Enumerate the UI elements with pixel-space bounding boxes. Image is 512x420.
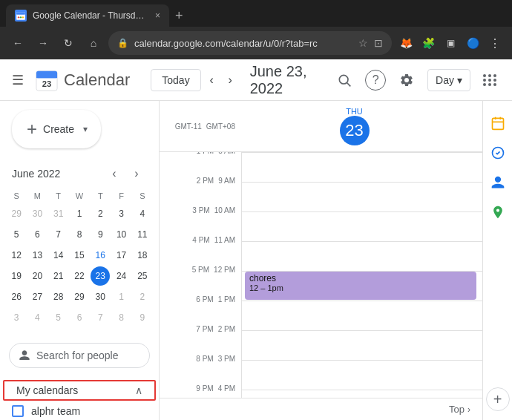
right-icon-maps[interactable] — [485, 199, 511, 226]
cal-day[interactable]: 4 — [27, 308, 47, 327]
cal-day[interactable]: 6 — [27, 225, 47, 244]
cal-day[interactable]: 3 — [7, 308, 26, 327]
cal-day[interactable]: 11 — [133, 225, 152, 244]
cal-day[interactable]: 16 — [91, 246, 110, 265]
time-cell[interactable] — [241, 330, 482, 360]
refresh-button[interactable]: ↻ — [58, 33, 79, 53]
cal-day[interactable]: 6 — [70, 308, 89, 327]
time-cell[interactable] — [241, 390, 482, 398]
cal-day[interactable]: 29 — [7, 204, 26, 223]
next-period-button[interactable]: › — [223, 68, 238, 92]
main-body: + Create ▾ June 2022 ‹ › S M T — [0, 101, 512, 420]
right-icon-tasks[interactable] — [485, 140, 511, 166]
cal-day[interactable]: 9 — [133, 308, 152, 327]
cal-day[interactable]: 13 — [27, 246, 47, 265]
active-tab[interactable]: Google Calendar - Thursday, Jun... × — [6, 4, 169, 27]
cal-day[interactable]: 4 — [133, 204, 152, 223]
apps-grid-button[interactable] — [476, 67, 503, 93]
cal-day[interactable]: 7 — [49, 225, 68, 244]
menu-dots[interactable]: ⋮ — [485, 33, 505, 53]
search-button[interactable] — [329, 65, 359, 95]
cal-day[interactable]: 19 — [7, 266, 26, 286]
address-bar[interactable]: 🔒 calendar.google.com/calendar/u/0/r?tab… — [108, 31, 392, 55]
right-icon-calendar[interactable] — [485, 110, 511, 137]
back-button[interactable]: ← — [7, 33, 28, 53]
day-number-circle[interactable]: 23 — [340, 116, 370, 145]
event-chores[interactable]: chores 12 – 1pm — [245, 272, 476, 300]
forward-button[interactable]: → — [33, 33, 53, 53]
puzzle-icon[interactable]: 🧩 — [419, 33, 438, 53]
top-button[interactable]: Top — [449, 404, 465, 415]
new-tab-button[interactable]: + — [175, 8, 183, 24]
time-cell[interactable] — [241, 152, 482, 182]
time-cell[interactable] — [241, 241, 482, 271]
cal-day[interactable]: 8 — [70, 225, 89, 244]
cal-day[interactable]: 17 — [112, 246, 131, 265]
today-button[interactable]: Today — [151, 69, 200, 91]
cal-day[interactable]: 3 — [112, 204, 131, 223]
my-calendars-section: My calendars ∧ alphr team [TEST/USER] hi… — [0, 374, 159, 420]
create-button[interactable]: + Create ▾ — [12, 110, 101, 148]
cal-day[interactable]: 2 — [91, 204, 110, 223]
ext-4[interactable]: 🔵 — [463, 33, 482, 53]
ext-3[interactable]: ▣ — [441, 33, 460, 53]
time-cell-event[interactable]: chores 12 – 1pm — [241, 271, 482, 301]
calendar-checkbox-alphr[interactable] — [12, 405, 24, 417]
cal-day[interactable]: 1 — [70, 204, 89, 223]
help-button[interactable]: ? — [365, 70, 386, 91]
create-dropdown-icon: ▾ — [83, 124, 88, 134]
cal-day[interactable]: 22 — [70, 266, 89, 286]
cal-day[interactable]: 29 — [70, 287, 89, 306]
cal-day-today[interactable]: 23 — [91, 266, 110, 286]
time-cell[interactable] — [241, 301, 482, 330]
cal-day[interactable]: 2 — [133, 287, 152, 306]
cal-day[interactable]: 12 — [7, 246, 26, 265]
cal-day[interactable]: 18 — [133, 246, 152, 265]
cal-day[interactable]: 28 — [49, 287, 68, 306]
logo-area: 23 Calendar — [36, 69, 130, 91]
cast-icon[interactable]: ⊡ — [374, 37, 383, 49]
day-column-header: THU 23 — [241, 107, 467, 145]
right-icon-people[interactable] — [485, 169, 511, 196]
settings-button[interactable] — [392, 65, 421, 95]
cal-day[interactable]: 27 — [27, 287, 47, 306]
mini-cal-next[interactable]: › — [126, 163, 147, 184]
home-button[interactable]: ⌂ — [83, 33, 104, 53]
cal-day[interactable]: 30 — [27, 204, 47, 223]
cal-day[interactable]: 15 — [70, 246, 89, 265]
search-people-button[interactable]: Search for people — [9, 343, 150, 368]
svg-point-9 — [339, 75, 348, 84]
cal-day[interactable]: 7 — [91, 308, 110, 327]
my-calendars-header[interactable]: My calendars ∧ — [3, 380, 156, 401]
cal-day[interactable]: 30 — [91, 287, 110, 306]
cal-day[interactable]: 9 — [91, 225, 110, 244]
view-label: Day — [436, 74, 454, 86]
svg-text:23: 23 — [42, 79, 52, 88]
time-cell[interactable] — [241, 211, 482, 241]
cal-day[interactable]: 21 — [49, 266, 68, 286]
cal-day[interactable]: 20 — [27, 266, 47, 286]
cal-day[interactable]: 5 — [7, 225, 26, 244]
star-icon[interactable]: ☆ — [358, 37, 368, 49]
cal-day[interactable]: 10 — [112, 225, 131, 244]
cal-day[interactable]: 31 — [49, 204, 68, 223]
scroll-right-icon[interactable]: › — [467, 404, 470, 415]
time-grid-scroll[interactable]: 1 PM 8 AM 2 PM 9 AM — [160, 152, 482, 398]
ext-1[interactable]: 🦊 — [396, 33, 416, 53]
cal-day[interactable]: 24 — [112, 266, 131, 286]
calendar-item-alphr[interactable]: alphr team — [0, 401, 159, 420]
cal-day[interactable]: 1 — [112, 287, 131, 306]
time-cell[interactable] — [241, 360, 482, 390]
cal-day[interactable]: 14 — [49, 246, 68, 265]
hamburger-menu[interactable]: ☰ — [9, 69, 27, 91]
prev-period-button[interactable]: ‹ — [204, 68, 220, 92]
view-selector[interactable]: Day ▾ — [427, 69, 470, 91]
cal-day[interactable]: 8 — [112, 308, 131, 327]
cal-day[interactable]: 26 — [7, 287, 26, 306]
cal-day[interactable]: 25 — [133, 266, 152, 286]
tab-close-btn[interactable]: × — [155, 10, 160, 21]
mini-cal-prev[interactable]: ‹ — [104, 163, 125, 184]
add-panel-button[interactable]: + — [486, 387, 510, 411]
cal-day[interactable]: 5 — [49, 308, 68, 327]
time-cell[interactable] — [241, 182, 482, 211]
